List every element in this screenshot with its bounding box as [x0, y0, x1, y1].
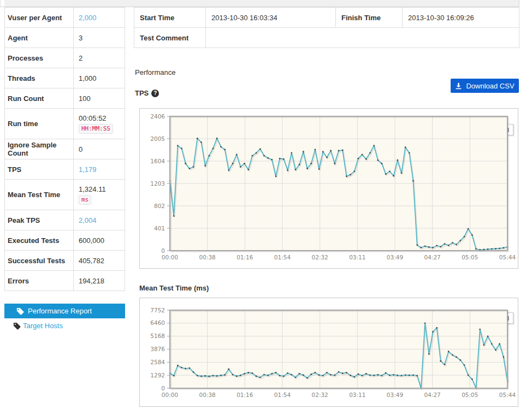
row-value: 194,218: [73, 271, 125, 290]
summary-table: Vuser per Agent2,000 Agent3 Processes2 T…: [4, 7, 125, 291]
summary-row: Ignore Sample Count0: [5, 139, 125, 159]
top-strip: [0, 0, 519, 7]
summary-row: Peak TPS2,004: [5, 210, 125, 230]
summary-row: Agent3: [5, 28, 125, 48]
row-label: Peak TPS: [5, 210, 73, 230]
svg-text:1203: 1203: [150, 180, 165, 187]
info-table: Start Time 2013-10-30 16:03:34 Finish Ti…: [134, 7, 519, 48]
svg-text:7752: 7752: [150, 307, 165, 313]
top-strip-notch: [1, 0, 4, 7]
svg-text:2584: 2584: [150, 359, 165, 365]
svg-text:2406: 2406: [150, 113, 165, 120]
start-time-label: Start Time: [134, 8, 205, 27]
row-label: Ignore Sample Count: [5, 139, 73, 159]
row-value: 405,782: [73, 251, 125, 270]
svg-text:00:38: 00:38: [199, 392, 216, 398]
row-label: TPS: [5, 159, 73, 179]
svg-text:00:00: 00:00: [162, 254, 178, 260]
tps-chart: Total 0401802120316042005240600:0000:380…: [139, 108, 518, 269]
svg-text:6460: 6460: [150, 319, 165, 326]
runtime-format-badge: HH:MM:SS: [79, 124, 113, 134]
svg-text:02:32: 02:32: [312, 392, 328, 398]
summary-row: Processes2: [5, 48, 125, 68]
info-row: Test Comment: [134, 27, 519, 48]
tag-icon: [13, 322, 21, 330]
svg-text:1292: 1292: [150, 372, 165, 378]
svg-text:05:44: 05:44: [499, 254, 516, 260]
svg-text:0: 0: [161, 385, 165, 392]
svg-text:00:38: 00:38: [199, 254, 216, 260]
test-comment-label: Test Comment: [134, 28, 205, 48]
performance-heading: Performance: [135, 68, 175, 76]
svg-text:01:54: 01:54: [274, 392, 291, 398]
finish-time-value: 2013-10-30 16:09:26: [402, 8, 520, 27]
svg-text:401: 401: [154, 225, 165, 232]
download-icon: [455, 82, 462, 90]
row-value: 2,000: [73, 8, 125, 27]
row-value: 2,004: [73, 210, 125, 230]
row-value: 3: [73, 28, 125, 48]
target-hosts-link[interactable]: Target Hosts: [23, 322, 63, 330]
svg-text:5168: 5168: [150, 333, 165, 339]
svg-text:05:05: 05:05: [462, 254, 478, 260]
svg-text:05:05: 05:05: [462, 392, 478, 398]
summary-row: Mean Test Time1,324.11ms: [5, 180, 125, 210]
summary-row: Threads1,000: [5, 68, 125, 88]
svg-text:03:49: 03:49: [387, 392, 403, 398]
row-value: 00:05:52HH:MM:SS: [73, 109, 125, 139]
svg-text:00:00: 00:00: [162, 392, 178, 398]
row-label: Processes: [5, 48, 73, 68]
summary-row: Executed Tests600,000: [5, 230, 125, 251]
svg-text:802: 802: [154, 203, 165, 209]
start-time-value: 2013-10-30 16:03:34: [205, 8, 335, 27]
row-label: Run time: [5, 109, 73, 139]
svg-text:0: 0: [161, 247, 165, 254]
svg-text:02:32: 02:32: [312, 254, 328, 260]
performance-report-page: Vuser per Agent2,000 Agent3 Processes2 T…: [0, 0, 532, 415]
svg-text:01:16: 01:16: [237, 392, 253, 398]
summary-row: Run time00:05:52HH:MM:SS: [5, 109, 125, 139]
performance-report-label: Performance Report: [28, 307, 92, 315]
test-comment-value: [205, 28, 519, 48]
svg-text:03:11: 03:11: [349, 392, 365, 398]
tps-chart-label: TPS ?: [135, 89, 159, 97]
row-label: Run Count: [5, 88, 73, 108]
svg-text:03:11: 03:11: [349, 254, 365, 260]
row-label: Mean Test Time: [5, 180, 73, 210]
target-hosts-item[interactable]: Target Hosts: [4, 322, 63, 330]
svg-text:1604: 1604: [150, 158, 165, 164]
info-row: Start Time 2013-10-30 16:03:34 Finish Ti…: [134, 8, 519, 27]
svg-text:05:44: 05:44: [499, 392, 516, 398]
row-label: Threads: [5, 68, 73, 88]
svg-text:04:27: 04:27: [424, 254, 441, 260]
row-label: Errors: [5, 271, 73, 290]
summary-row: Vuser per Agent2,000: [5, 8, 125, 28]
download-csv-label: Download CSV: [466, 82, 514, 90]
finish-time-label: Finish Time: [335, 8, 402, 27]
row-label: Vuser per Agent: [5, 8, 73, 27]
row-value: 600,000: [73, 230, 125, 250]
svg-text:2005: 2005: [150, 135, 165, 142]
mean-test-time-chart: Total 012922584387651686460775200:0000:3…: [139, 298, 518, 407]
row-value: 2: [73, 48, 125, 68]
mtt-chart-title: Mean Test Time (ms): [139, 284, 209, 292]
row-value: 1,324.11ms: [73, 180, 125, 210]
svg-text:01:54: 01:54: [274, 254, 291, 260]
summary-row: Errors194,218: [5, 271, 125, 291]
download-csv-button[interactable]: Download CSV: [451, 79, 519, 93]
tps-title-text: TPS: [135, 89, 149, 97]
svg-text:03:49: 03:49: [387, 254, 403, 260]
help-icon[interactable]: ?: [151, 90, 159, 97]
row-label: Successful Tests: [5, 251, 73, 270]
svg-text:04:27: 04:27: [424, 392, 441, 398]
row-value: 1,179: [73, 159, 125, 179]
row-label: Executed Tests: [5, 230, 73, 250]
row-value: 1,000: [73, 68, 125, 88]
svg-text:3876: 3876: [150, 346, 165, 352]
row-value: 0: [73, 139, 125, 159]
summary-row: TPS1,179: [5, 159, 125, 180]
tag-icon: [16, 307, 24, 315]
summary-row: Successful Tests405,782: [5, 251, 125, 271]
performance-report-button[interactable]: Performance Report: [4, 304, 125, 318]
ms-unit-badge: ms: [79, 195, 91, 205]
